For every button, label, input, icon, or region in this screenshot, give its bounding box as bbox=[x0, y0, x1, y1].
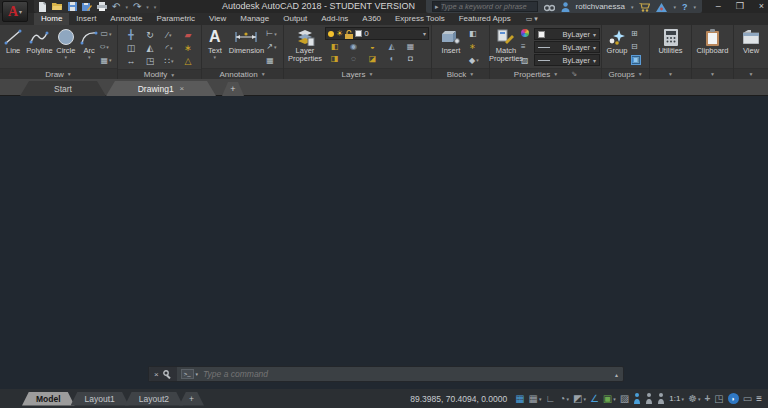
linetype-list-icon[interactable]: ▨ bbox=[521, 56, 534, 65]
layer-on-bulb-icon[interactable] bbox=[328, 31, 334, 37]
layout1-tab[interactable]: Layout1 bbox=[71, 392, 129, 406]
scale-button[interactable]: ◳ bbox=[141, 54, 160, 67]
layer-unlock-icon[interactable] bbox=[345, 25, 353, 43]
tab-insert[interactable]: Insert bbox=[69, 13, 103, 25]
tab-manage[interactable]: Manage bbox=[233, 13, 276, 25]
close-button[interactable]: × bbox=[759, 0, 764, 13]
erase-button[interactable]: ▰ bbox=[179, 28, 198, 41]
color-wheel-icon[interactable] bbox=[521, 29, 534, 37]
qat-customize-icon[interactable]: ▾ bbox=[154, 4, 157, 10]
signed-in-username[interactable]: rotichvanessa bbox=[576, 2, 625, 11]
panel-label-view[interactable]: ▼ bbox=[734, 68, 768, 79]
layer-color-swatch[interactable] bbox=[355, 30, 362, 37]
tab-a360[interactable]: A360 bbox=[355, 13, 388, 25]
search-toggle-icon[interactable]: ▸ bbox=[433, 2, 441, 11]
layer-off-button[interactable]: ◧ bbox=[325, 41, 344, 53]
application-menu-button[interactable]: A ▾ bbox=[2, 1, 28, 22]
save-as-button[interactable] bbox=[82, 2, 92, 11]
user-dropdown-icon[interactable]: ▾ bbox=[631, 4, 634, 10]
grid-toggle[interactable]: ▦ bbox=[515, 393, 524, 404]
lineweight-dropdown[interactable]: ByLayer ▾ bbox=[534, 41, 600, 53]
insert-button[interactable]: Insert bbox=[433, 26, 469, 68]
recent-commands-button[interactable]: >_ ▾ bbox=[181, 369, 198, 379]
annotation-scale-person-toggle[interactable] bbox=[657, 393, 665, 404]
rotate-button[interactable]: ↻ bbox=[141, 28, 160, 41]
array-button[interactable]: ∷▾ bbox=[160, 54, 179, 67]
fillet-button[interactable]: ◜▾ bbox=[160, 41, 179, 54]
panel-label-properties[interactable]: Properties▼⇘ bbox=[490, 68, 601, 79]
customize-status-bar-button[interactable]: ≡ bbox=[756, 393, 762, 404]
layer-thaw-button[interactable]: ◪ bbox=[363, 53, 382, 65]
maximize-button[interactable]: ❒ bbox=[736, 0, 744, 13]
layer-isolate-button[interactable]: ◉ bbox=[344, 41, 363, 53]
new-layout-button[interactable]: + bbox=[179, 392, 204, 406]
search-input[interactable] bbox=[441, 2, 537, 11]
offset-button[interactable]: △ bbox=[179, 54, 198, 67]
annotation-autoscale-toggle[interactable] bbox=[645, 393, 653, 404]
panel-label-modify[interactable]: Modify▼ bbox=[118, 69, 201, 79]
layer-lock-button[interactable]: ◭ bbox=[382, 41, 401, 53]
polyline-button[interactable]: Polyline bbox=[25, 26, 53, 68]
multileader-button[interactable]: ⊢▾ bbox=[266, 29, 282, 38]
group-selection-toggle[interactable]: ▣ bbox=[631, 55, 647, 65]
close-tab-icon[interactable]: × bbox=[180, 84, 185, 93]
panel-label-block[interactable]: Block▼ bbox=[432, 68, 489, 79]
trim-button[interactable]: ⁄▾ bbox=[160, 28, 179, 41]
mirror-button[interactable]: ◭ bbox=[141, 41, 160, 54]
isodraft-toggle[interactable]: ◩▾ bbox=[573, 393, 586, 404]
tab-add-ins[interactable]: Add-ins bbox=[314, 13, 355, 25]
chevron-down-icon[interactable]: ▾ bbox=[423, 30, 426, 37]
layer-freeze-button[interactable]: ◒ bbox=[363, 41, 382, 53]
view-button[interactable]: View bbox=[735, 26, 767, 68]
panel-label-draw[interactable]: Draw▼ bbox=[0, 68, 117, 79]
line-button[interactable]: Line bbox=[1, 26, 25, 68]
chevron-down-icon[interactable]: ▾ bbox=[88, 55, 91, 60]
create-block-button[interactable]: ◧ bbox=[469, 29, 485, 38]
arc-button[interactable]: Arc ▾ bbox=[78, 26, 100, 68]
ellipse-button[interactable]: ○▾ bbox=[100, 42, 116, 51]
undo-dropdown-icon[interactable]: ▾ bbox=[125, 4, 128, 10]
explode-button[interactable]: ∗ bbox=[179, 41, 198, 54]
redo-button[interactable]: ↷ bbox=[133, 2, 141, 12]
layer-properties-button[interactable]: Layer Properties bbox=[285, 26, 325, 68]
tab-annotate[interactable]: Annotate bbox=[103, 13, 149, 25]
chevron-down-icon[interactable]: ▾ bbox=[65, 55, 68, 60]
dialog-launcher-icon[interactable]: ⇘ bbox=[571, 70, 577, 78]
dimension-button[interactable]: Dimension bbox=[227, 26, 267, 68]
save-button[interactable] bbox=[68, 2, 77, 11]
help-icon[interactable]: ? bbox=[682, 2, 688, 12]
clean-screen-toggle[interactable]: ▭ bbox=[743, 393, 752, 404]
group-edit-button[interactable]: ⊞ bbox=[631, 29, 647, 38]
panel-label-groups[interactable]: Groups▼ bbox=[602, 68, 649, 79]
layout2-tab[interactable]: Layout2 bbox=[125, 392, 183, 406]
ungroup-button[interactable]: ⊟ bbox=[631, 42, 647, 51]
copy-button[interactable]: ◫ bbox=[122, 41, 141, 54]
tab-express-tools[interactable]: Express Tools bbox=[388, 13, 452, 25]
match-properties-button[interactable]: Match Properties bbox=[491, 26, 521, 68]
customize-wrench-icon[interactable] bbox=[163, 365, 172, 383]
lineweight-list-icon[interactable]: ≡ bbox=[521, 42, 534, 51]
block-editor-button[interactable]: ◆▾ bbox=[469, 56, 485, 65]
clipboard-button[interactable]: Clipboard bbox=[693, 26, 732, 68]
new-file-button[interactable] bbox=[38, 2, 47, 12]
redo-dropdown-icon[interactable]: ▾ bbox=[146, 4, 149, 10]
utilities-button[interactable]: Utilities bbox=[651, 26, 690, 68]
ortho-toggle[interactable]: ∟ bbox=[546, 393, 556, 404]
hatch-button[interactable]: ▦▾ bbox=[100, 56, 116, 65]
tab-parametric[interactable]: Parametric bbox=[149, 13, 202, 25]
ribbon-display-toggle[interactable]: ▭ ▾ bbox=[526, 13, 538, 25]
text-button[interactable]: A Text ▾ bbox=[203, 26, 227, 68]
model-tab[interactable]: Model bbox=[22, 392, 75, 406]
leader-button[interactable]: ↗▾ bbox=[266, 42, 282, 51]
a360-dropdown-icon[interactable]: ▾ bbox=[673, 4, 676, 10]
annotation-monitor-toggle[interactable]: + bbox=[704, 393, 710, 404]
rectangle-button[interactable]: ▭▾ bbox=[100, 29, 116, 38]
snap-toggle[interactable]: ▦▾ bbox=[529, 393, 542, 404]
graphics-performance-toggle[interactable]: ◗ bbox=[728, 393, 739, 404]
close-command-bar-icon[interactable]: × bbox=[154, 370, 159, 379]
file-tab-start[interactable]: Start bbox=[20, 81, 106, 96]
osnap-tracking-toggle[interactable]: ∠ bbox=[590, 393, 599, 404]
tab-view[interactable]: View bbox=[202, 13, 233, 25]
drawing-area[interactable] bbox=[0, 96, 768, 389]
help-dropdown-icon[interactable]: ▾ bbox=[693, 4, 696, 10]
